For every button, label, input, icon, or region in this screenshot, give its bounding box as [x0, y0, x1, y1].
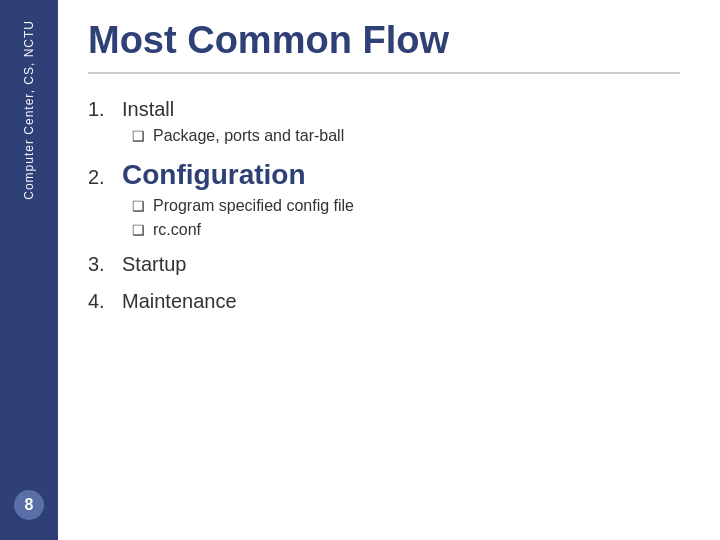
sub-item-text: rc.conf [153, 221, 201, 239]
list-number-2: 2. [88, 166, 112, 189]
sub-item: ❑ Program specified config file [132, 197, 680, 215]
list-number-3: 3. [88, 253, 112, 276]
sub-item: ❑ rc.conf [132, 221, 680, 239]
sub-item-text: Program specified config file [153, 197, 354, 215]
list-item-header: 3. Startup [88, 253, 680, 276]
sub-items-install: ❑ Package, ports and tar-ball [132, 127, 680, 145]
list-label-install: Install [122, 98, 174, 121]
list-item-header: 2. Configuration [88, 159, 680, 191]
list-label-configuration: Configuration [122, 159, 306, 191]
list-number-1: 1. [88, 98, 112, 121]
list-item: 3. Startup [88, 253, 680, 276]
list-item: 1. Install ❑ Package, ports and tar-ball [88, 98, 680, 145]
divider [88, 72, 680, 74]
sidebar-label: Computer Center, CS, NCTU [21, 10, 38, 210]
list-item: 4. Maintenance [88, 290, 680, 313]
list-label-maintenance: Maintenance [122, 290, 237, 313]
sidebar: Computer Center, CS, NCTU 8 [0, 0, 58, 540]
bullet-icon: ❑ [132, 198, 145, 214]
page-title: Most Common Flow [88, 20, 680, 62]
sub-items-configuration: ❑ Program specified config file ❑ rc.con… [132, 197, 680, 239]
content-list: 1. Install ❑ Package, ports and tar-ball… [88, 98, 680, 313]
list-label-startup: Startup [122, 253, 186, 276]
bullet-icon: ❑ [132, 222, 145, 238]
list-item-header: 1. Install [88, 98, 680, 121]
list-item-header: 4. Maintenance [88, 290, 680, 313]
list-item: 2. Configuration ❑ Program specified con… [88, 159, 680, 239]
list-number-4: 4. [88, 290, 112, 313]
sub-item: ❑ Package, ports and tar-ball [132, 127, 680, 145]
main-content: Most Common Flow 1. Install ❑ Package, p… [58, 0, 720, 540]
page-number: 8 [14, 490, 44, 520]
bullet-icon: ❑ [132, 128, 145, 144]
sub-item-text: Package, ports and tar-ball [153, 127, 344, 145]
